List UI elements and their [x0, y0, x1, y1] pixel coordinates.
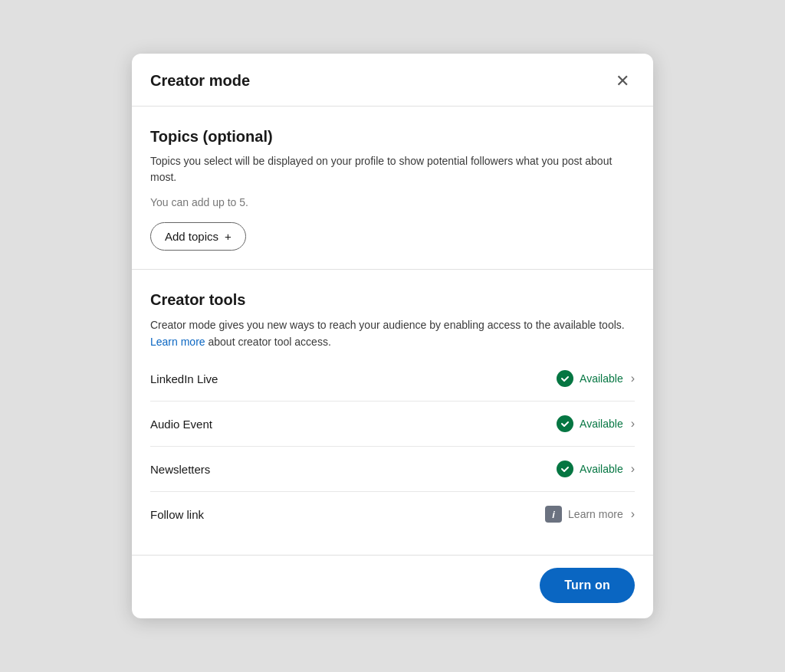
tool-name-follow-link: Follow link — [150, 508, 204, 521]
available-check-icon-newsletters — [557, 461, 573, 477]
turn-on-button[interactable]: Turn on — [540, 568, 635, 603]
modal-overlay: Creator mode ✕ Topics (optional) Topics … — [0, 0, 785, 672]
creator-tools-title: Creator tools — [150, 291, 635, 309]
chevron-icon-linkedin-live[interactable]: › — [631, 372, 635, 385]
info-icon-follow-link: i — [545, 506, 562, 523]
tool-status-newsletters: Available › — [557, 461, 635, 477]
tool-item-newsletters: Newsletters Available › — [150, 447, 635, 492]
creator-tools-description-part2: about creator tool access. — [208, 336, 330, 348]
learn-more-label-follow-link[interactable]: Learn more — [568, 508, 623, 520]
available-check-icon-audio-event — [557, 415, 573, 432]
chevron-icon-newsletters[interactable]: › — [631, 462, 635, 476]
tool-status-follow-link: i Learn more › — [545, 506, 635, 523]
creator-tools-description-part1: Creator mode gives you new ways to reach… — [150, 319, 625, 331]
modal-footer: Turn on — [132, 555, 653, 618]
modal-container: Creator mode ✕ Topics (optional) Topics … — [132, 54, 653, 619]
turn-on-label: Turn on — [564, 579, 610, 592]
topics-description: Topics you select will be displayed on y… — [150, 153, 635, 185]
learn-more-link[interactable]: Learn more — [150, 336, 205, 348]
tool-name-linkedin-live: LinkedIn Live — [150, 372, 218, 385]
available-label-newsletters: Available — [580, 463, 623, 475]
chevron-icon-audio-event[interactable]: › — [631, 417, 635, 431]
chevron-icon-follow-link[interactable]: › — [631, 507, 635, 521]
close-icon: ✕ — [616, 73, 629, 90]
topics-section: Topics (optional) Topics you select will… — [132, 107, 653, 269]
tool-status-linkedin-live: Available › — [557, 370, 635, 387]
tool-item-follow-link: Follow link i Learn more › — [150, 492, 635, 536]
tool-name-newsletters: Newsletters — [150, 463, 210, 476]
tool-name-audio-event: Audio Event — [150, 418, 212, 431]
creator-tools-section: Creator tools Creator mode gives you new… — [132, 270, 653, 556]
topics-limit-text: You can add up to 5. — [150, 196, 635, 208]
available-check-icon-linkedin-live — [557, 370, 573, 387]
modal-body: Topics (optional) Topics you select will… — [132, 107, 653, 556]
creator-tools-description: Creator mode gives you new ways to reach… — [150, 316, 635, 351]
close-button[interactable]: ✕ — [610, 69, 635, 93]
tool-item-linkedin-live: LinkedIn Live Available › — [150, 356, 635, 402]
tools-list: LinkedIn Live Available › — [150, 356, 635, 536]
add-topics-plus-icon: + — [225, 230, 232, 243]
topics-section-title: Topics (optional) — [150, 128, 635, 146]
tool-item-audio-event: Audio Event Available › — [150, 402, 635, 447]
tool-status-audio-event: Available › — [557, 415, 635, 432]
add-topics-label: Add topics — [165, 230, 218, 243]
checkmark-svg — [560, 419, 570, 428]
available-label-linkedin-live: Available — [580, 372, 623, 385]
available-label-audio-event: Available — [580, 418, 623, 430]
checkmark-svg — [560, 374, 570, 383]
modal-title: Creator mode — [150, 72, 250, 90]
checkmark-svg — [560, 464, 570, 474]
modal-header: Creator mode ✕ — [132, 54, 653, 107]
add-topics-button[interactable]: Add topics + — [150, 222, 246, 251]
